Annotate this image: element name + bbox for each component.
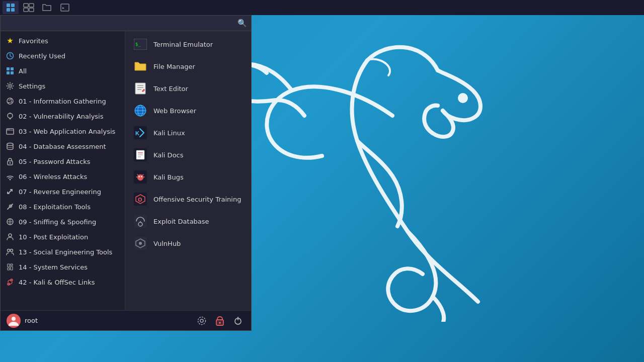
sidebar-item-01[interactable]: 01 - Information Gathering (1, 94, 125, 109)
sidebar-item-label: All (19, 67, 27, 75)
favorites-icon: ★ (6, 36, 15, 45)
exploit-db-icon (133, 214, 147, 228)
exploitation-icon (6, 202, 15, 211)
sidebar-item-label: 06 - Wireless Attacks (19, 173, 87, 180)
app-label: Offensive Security Training (153, 196, 241, 203)
sidebar-item-08[interactable]: 08 - Exploitation Tools (1, 199, 125, 214)
svg-point-30 (10, 162, 11, 164)
svg-text:▶_: ▶_ (62, 6, 67, 10)
workspace-switcher[interactable] (21, 1, 37, 14)
svg-point-0 (460, 95, 466, 101)
app-item-kalibugs[interactable]: Kali Bugs (125, 166, 251, 188)
svg-rect-13 (11, 67, 14, 70)
sidebar-item-04[interactable]: 04 - Database Assessment (1, 139, 125, 154)
reverse-eng-icon (6, 187, 15, 196)
sidebar-item-label: 07 - Reverse Engineering (19, 188, 101, 196)
web-browser-icon (133, 104, 147, 118)
sidebar-item-label: Recently Used (19, 52, 65, 60)
kali-linux-icon: K (133, 126, 147, 140)
sidebar-item-label: 14 - System Services (19, 263, 88, 271)
svg-rect-15 (11, 71, 14, 74)
sidebar-item-13[interactable]: 13 - Social Engineering Tools (1, 244, 125, 259)
sidebar-item-02[interactable]: 02 - Vulnerability Analysis (1, 109, 125, 124)
app-item-kalidocs[interactable]: Kali Docs (125, 144, 251, 166)
app-item-exploit[interactable]: Exploit Database (125, 210, 251, 232)
taskbar: ▶_ (0, 0, 644, 15)
app-item-texteditor[interactable]: Text Editor (125, 77, 251, 100)
svg-point-27 (9, 129, 10, 130)
lock-button[interactable] (213, 314, 227, 328)
left-sidebar: ★ Favorites Recently Used (1, 31, 125, 310)
info-gathering-icon (6, 97, 15, 106)
kali-links-icon (6, 278, 15, 287)
terminal-icon: $_ (133, 37, 147, 51)
svg-point-17 (7, 98, 13, 104)
sidebar-item-label: 05 - Password Attacks (19, 158, 91, 165)
power-button[interactable] (231, 314, 245, 328)
svg-point-18 (9, 100, 10, 101)
offsec-icon: O (133, 192, 147, 206)
app-menu-button[interactable] (3, 1, 19, 14)
svg-rect-3 (7, 8, 10, 12)
svg-rect-2 (11, 4, 15, 7)
terminal-taskbar-btn[interactable]: ▶_ (57, 1, 73, 14)
file-manager-taskbar-btn[interactable] (39, 1, 55, 14)
svg-text:O: O (138, 197, 142, 203)
app-menu: 🔍 ★ Favorites Recently Used (0, 15, 252, 331)
app-item-offsec[interactable]: O Offensive Security Training (125, 188, 251, 210)
app-item-filemanager[interactable]: File Manager (125, 55, 251, 77)
svg-point-35 (9, 234, 12, 237)
svg-rect-46 (135, 83, 145, 94)
svg-point-26 (8, 129, 9, 130)
svg-point-36 (8, 249, 10, 252)
sidebar-item-10[interactable]: 10 - Post Exploitation (1, 229, 125, 244)
sidebar-item-05[interactable]: 05 - Password Attacks (1, 154, 125, 169)
settings-icon (6, 81, 15, 90)
svg-rect-41 (11, 266, 13, 270)
sidebar-item-06[interactable]: 06 - Wireless Attacks (1, 169, 125, 184)
sidebar-item-label: Settings (19, 82, 45, 90)
app-label: Kali Linux (153, 129, 185, 137)
search-icon[interactable]: 🔍 (237, 19, 247, 28)
sidebar-item-42[interactable]: 42 - Kali & OffSec Links (1, 275, 125, 290)
sidebar-item-all[interactable]: All (1, 63, 125, 78)
sidebar-item-favorites[interactable]: ★ Favorites (1, 33, 125, 48)
svg-point-77 (12, 317, 16, 321)
sidebar-item-07[interactable]: 07 - Reverse Engineering (1, 184, 125, 199)
svg-point-75 (139, 242, 142, 245)
sidebar-item-settings[interactable]: Settings (1, 78, 125, 94)
sidebar-item-label: 13 - Social Engineering Tools (19, 248, 112, 256)
svg-rect-7 (24, 8, 28, 12)
search-input[interactable] (5, 20, 237, 27)
sidebar-item-label: 03 - Web Application Analysis (19, 128, 115, 135)
app-item-kalilinux[interactable]: K Kali Linux (125, 122, 251, 144)
sidebar-item-label: 10 - Post Exploitation (19, 233, 88, 241)
svg-rect-5 (24, 4, 28, 7)
svg-rect-8 (29, 8, 34, 12)
dragon-logo (216, 40, 569, 352)
svg-rect-1 (7, 4, 10, 7)
username-label: root (25, 317, 191, 324)
all-icon (6, 66, 15, 75)
kali-bugs-icon (133, 170, 147, 184)
sidebar-item-09[interactable]: 09 - Sniffing & Spoofing (1, 214, 125, 229)
app-label: Kali Bugs (153, 173, 184, 181)
sidebar-item-recently-used[interactable]: Recently Used (1, 48, 125, 63)
svg-text:$_: $_ (135, 42, 141, 47)
svg-rect-38 (8, 264, 10, 267)
wireless-attacks-icon (6, 172, 15, 181)
svg-point-81 (219, 322, 221, 324)
sidebar-item-03[interactable]: 03 - Web Application Analysis (1, 124, 125, 139)
app-label: VulnHub (153, 240, 181, 247)
svg-point-79 (198, 317, 206, 324)
sidebar-item-label: 02 - Vulnerability Analysis (19, 113, 103, 120)
app-item-vulnhub[interactable]: VulnHub (125, 232, 251, 254)
sys-services-icon (6, 262, 15, 272)
vuln-analysis-icon (6, 112, 15, 121)
sidebar-item-14[interactable]: 14 - System Services (1, 259, 125, 275)
app-item-terminal[interactable]: $_ Terminal Emulator (125, 33, 251, 55)
web-app-icon (6, 127, 15, 136)
user-settings-button[interactable] (195, 314, 209, 328)
app-item-webbrowser[interactable]: Web Browser (125, 100, 251, 122)
bottom-bar: root (1, 310, 251, 330)
